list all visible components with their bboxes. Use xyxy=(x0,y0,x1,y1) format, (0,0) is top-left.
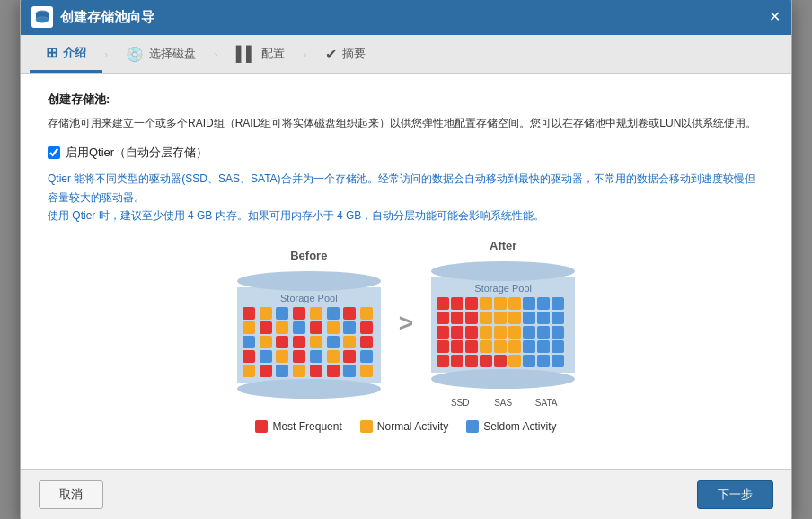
tab-summary-label: 摘要 xyxy=(342,46,366,62)
tab-intro[interactable]: ⊞ 介绍 xyxy=(30,35,102,73)
before-pool-body: Storage Pool xyxy=(237,287,381,383)
intro-icon: ⊞ xyxy=(46,44,57,61)
tab-select-disk-label: 选择磁盘 xyxy=(149,46,196,62)
after-grid-cell xyxy=(437,355,449,367)
after-grid-cell xyxy=(437,326,449,339)
after-grid-cell xyxy=(437,297,449,310)
grid-cell xyxy=(327,321,340,334)
after-grid-cell xyxy=(480,297,492,310)
grid-cell xyxy=(343,365,356,377)
after-grid-cell xyxy=(480,312,492,324)
after-grid-cell xyxy=(451,297,463,310)
grid-cell xyxy=(276,350,288,363)
grid-cell xyxy=(310,350,322,363)
qtier-checkbox[interactable] xyxy=(48,146,60,159)
after-grid-cell xyxy=(523,297,535,310)
after-pool-body: Storage Pool xyxy=(431,277,575,373)
after-grid-cell xyxy=(465,340,478,353)
grid-cell xyxy=(276,321,288,334)
after-grid-cell xyxy=(537,312,550,324)
grid-cell xyxy=(243,365,255,377)
before-grid xyxy=(243,307,375,377)
diagram: Before Storage Pool > After xyxy=(48,239,764,408)
grid-cell xyxy=(360,336,373,348)
after-grid-cell xyxy=(508,297,521,310)
grid-cell xyxy=(310,321,322,334)
legend-label-frequent: Most Frequent xyxy=(272,420,341,433)
tab-summary[interactable]: ✔ 摘要 xyxy=(309,37,382,72)
after-col-grid xyxy=(437,297,476,367)
grid-cell xyxy=(293,336,305,348)
before-label: Before xyxy=(290,249,327,262)
summary-icon: ✔ xyxy=(325,46,337,63)
after-grid-cell xyxy=(537,297,550,310)
grid-cell xyxy=(243,350,255,363)
grid-cell xyxy=(360,321,373,334)
grid-cell xyxy=(343,307,356,320)
qtier-checkbox-row: 启用Qtier（自动分层存储） xyxy=(48,145,764,161)
grid-cell xyxy=(327,365,340,377)
svg-point-2 xyxy=(36,17,49,22)
after-grid-cell xyxy=(494,355,507,367)
after-grid-cell xyxy=(552,326,564,339)
after-grid-cell xyxy=(465,326,478,339)
after-grid-cell xyxy=(465,355,478,367)
tab-config[interactable]: ▌▌ 配置 xyxy=(220,37,302,71)
legend-color-frequent xyxy=(255,420,268,433)
tab-intro-label: 介绍 xyxy=(63,45,86,61)
after-grid-cols xyxy=(437,297,569,367)
after-grid-cell xyxy=(523,326,535,339)
grid-cell xyxy=(260,307,272,320)
after-grid-cell xyxy=(523,355,535,367)
legend-color-seldom xyxy=(466,420,479,433)
after-grid-cell xyxy=(523,312,535,324)
after-grid-cell xyxy=(451,340,463,353)
next-button[interactable]: 下一步 xyxy=(697,480,773,509)
grid-cell xyxy=(310,336,322,348)
grid-cell xyxy=(327,350,340,363)
qtier-info: Qtier 能将不同类型的驱动器(SSD、SAS、SATA)合并为一个存储池。经… xyxy=(48,170,764,224)
tab-select-disk[interactable]: 💿 选择磁盘 xyxy=(110,37,212,72)
after-col-sas: SAS xyxy=(483,398,523,408)
after-col-labels: SSD SAS SATA xyxy=(440,398,566,408)
tabs-bar: ⊞ 介绍 › 💿 选择磁盘 › ▌▌ 配置 › ✔ 摘要 xyxy=(21,35,791,74)
after-grid-cell xyxy=(451,326,463,339)
content-area: 创建存储池: 存储池可用来建立一个或多个RAID组（RAID组可将实体磁盘组织起… xyxy=(21,74,791,469)
storage-pool-icon xyxy=(31,6,53,28)
title-bar-left: 创建存储池向导 xyxy=(31,6,154,28)
grid-cell xyxy=(293,321,305,334)
description-text: 存储池可用来建立一个或多个RAID组（RAID组可将实体磁盘组织起来）以供您弹性… xyxy=(48,115,764,132)
legend-label-normal: Normal Activity xyxy=(377,420,448,433)
after-grid-cell xyxy=(451,355,463,367)
after-col-ssd: SSD xyxy=(440,398,480,408)
grid-cell xyxy=(260,321,272,334)
tab-config-label: 配置 xyxy=(261,46,285,62)
after-pool-bottom xyxy=(431,369,575,389)
after-grid-cell xyxy=(465,297,478,310)
after-grid-cell xyxy=(480,326,492,339)
dialog: 创建存储池向导 ✕ ⊞ 介绍 › 💿 选择磁盘 › ▌▌ 配置 › ✔ 摘要 创… xyxy=(20,0,792,519)
arrow: > xyxy=(399,309,413,338)
footer: 取消 下一步 xyxy=(21,469,791,519)
config-icon: ▌▌ xyxy=(236,46,257,62)
legend: Most Frequent Normal Activity Seldom Act… xyxy=(48,420,764,433)
legend-label-seldom: Seldom Activity xyxy=(483,420,556,433)
title-bar: 创建存储池向导 ✕ xyxy=(21,0,791,35)
grid-cell xyxy=(276,365,288,377)
disk-icon: 💿 xyxy=(126,46,144,63)
after-grid-cell xyxy=(494,312,507,324)
before-pool-top xyxy=(237,271,381,291)
grid-cell xyxy=(360,350,373,363)
close-button[interactable]: ✕ xyxy=(769,10,781,24)
after-grid-cell xyxy=(494,326,507,339)
grid-cell xyxy=(243,336,255,348)
grid-cell xyxy=(243,321,255,334)
after-grid-cell xyxy=(451,312,463,324)
legend-color-normal xyxy=(360,420,373,433)
after-grid-cell xyxy=(494,340,507,353)
after-col-sata: SATA xyxy=(526,398,566,408)
dialog-title: 创建存储池向导 xyxy=(60,9,154,26)
cancel-button[interactable]: 取消 xyxy=(39,480,103,509)
grid-cell xyxy=(260,336,272,348)
before-pool: Storage Pool xyxy=(237,271,381,399)
